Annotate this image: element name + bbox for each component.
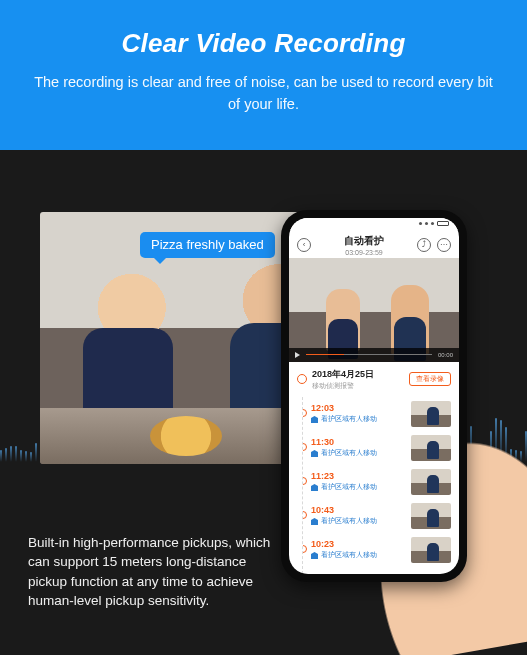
play-icon[interactable]	[295, 352, 300, 358]
date-sub: 移动侦测报警	[312, 381, 374, 391]
event-label: 看护区域有人移动	[311, 482, 405, 492]
video-preview[interactable]: 00:00	[289, 258, 459, 362]
more-icon[interactable]: ⋯	[437, 238, 451, 252]
nav-title: 自动看护	[311, 234, 417, 248]
ring-icon	[297, 374, 307, 384]
motion-icon	[311, 484, 318, 491]
share-icon[interactable]: ⤴	[417, 238, 431, 252]
back-icon[interactable]: ‹	[297, 238, 311, 252]
event-item[interactable]: 10:23看护区域有人移动	[303, 533, 459, 567]
video-controls[interactable]: 00:00	[289, 348, 459, 362]
motion-icon	[311, 552, 318, 559]
event-time: 10:23	[311, 539, 405, 549]
event-label: 看护区域有人移动	[311, 414, 405, 424]
event-time: 11:23	[311, 471, 405, 481]
hero-subtitle: The recording is clear and free of noise…	[30, 71, 497, 116]
phone-screen: ‹ 自动看护 03:09-23:59 ⤴ ⋯ 00:00	[289, 218, 459, 574]
event-thumbnail	[411, 537, 451, 563]
battery-icon	[437, 221, 449, 226]
event-label: 看护区域有人移动	[311, 516, 405, 526]
event-label: 看护区域有人移动	[311, 550, 405, 560]
event-thumbnail	[411, 503, 451, 529]
event-label: 看护区域有人移动	[311, 448, 405, 458]
event-thumbnail	[411, 435, 451, 461]
feature-section: Pizza freshly baked ‹ 自动看护 03:09-23:59 ⤴	[0, 150, 527, 631]
view-recording-pill[interactable]: 查看录像	[409, 372, 451, 386]
motion-icon	[311, 518, 318, 525]
event-item[interactable]: 10:43看护区域有人移动	[303, 499, 459, 533]
video-time: 00:00	[438, 352, 453, 358]
status-bar	[289, 218, 459, 230]
event-item[interactable]: 12:03看护区域有人移动	[303, 397, 459, 431]
hero-banner: Clear Video Recording The recording is c…	[0, 0, 527, 150]
phone-mockup: ‹ 自动看护 03:09-23:59 ⤴ ⋯ 00:00	[281, 210, 467, 582]
hero-title: Clear Video Recording	[30, 28, 497, 59]
speech-bubble: Pizza freshly baked	[140, 232, 275, 258]
date-header: 2018年4月25日 移动侦测报警 查看录像	[289, 362, 459, 397]
event-item[interactable]: 11:23看护区域有人移动	[303, 465, 459, 499]
nav-subtitle: 03:09-23:59	[311, 249, 417, 256]
event-thumbnail	[411, 401, 451, 427]
motion-icon	[311, 416, 318, 423]
event-list: 12:03看护区域有人移动11:30看护区域有人移动11:23看护区域有人移动1…	[302, 397, 459, 574]
feature-caption: Built-in high-performance pickups, which…	[28, 533, 283, 611]
app-navbar: ‹ 自动看护 03:09-23:59 ⤴ ⋯	[289, 230, 459, 258]
date-text: 2018年4月25日	[312, 368, 374, 381]
event-time: 10:43	[311, 505, 405, 515]
motion-icon	[311, 450, 318, 457]
event-time: 12:03	[311, 403, 405, 413]
event-item[interactable]: 11:30看护区域有人移动	[303, 431, 459, 465]
progress-bar[interactable]	[306, 354, 432, 355]
event-time: 11:30	[311, 437, 405, 447]
event-thumbnail	[411, 469, 451, 495]
